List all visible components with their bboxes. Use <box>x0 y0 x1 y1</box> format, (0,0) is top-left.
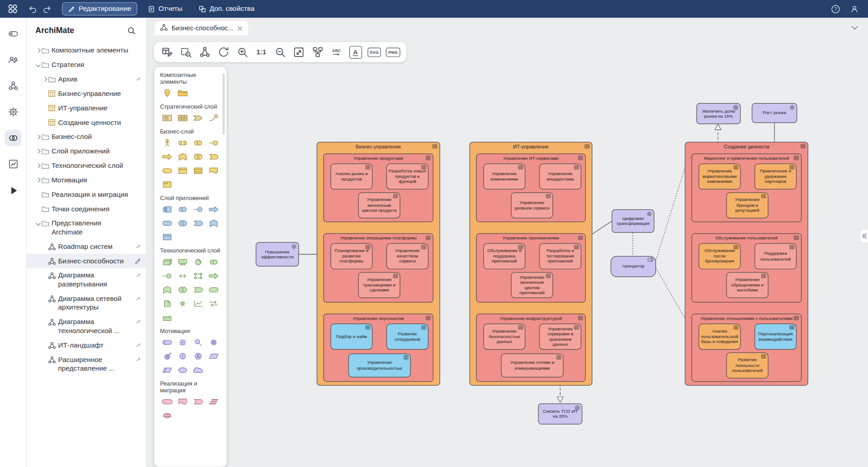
business-process-icon[interactable] <box>160 151 175 162</box>
tree-item-10[interactable]: Мотивация <box>27 173 146 187</box>
location-icon[interactable] <box>160 87 175 98</box>
diagram-node[interactable]: Управление безопасностью данных <box>483 324 525 350</box>
technology-function-icon[interactable] <box>160 284 175 295</box>
technology-interaction-icon[interactable] <box>175 284 190 295</box>
wheel-icon[interactable] <box>5 104 21 120</box>
diagram-note[interactable]: Рост рынка <box>752 103 797 123</box>
path-icon[interactable] <box>175 271 190 281</box>
chevron-down-icon[interactable] <box>34 60 42 69</box>
diagram-node[interactable]: Управление качеством сервиса <box>387 243 429 270</box>
technology-event-icon[interactable] <box>191 284 205 295</box>
play-icon[interactable] <box>5 182 21 199</box>
zoom-reset-button[interactable]: 1:1 <box>254 44 269 60</box>
application-interaction-icon[interactable] <box>175 218 190 229</box>
resource-icon[interactable] <box>160 113 175 124</box>
frame-search-button[interactable] <box>178 44 193 60</box>
refresh-button[interactable] <box>216 44 231 60</box>
business-event-icon[interactable] <box>207 151 221 162</box>
diagram-node[interactable]: Анализ пользовательской базы и поведения <box>698 324 741 350</box>
diagram-node[interactable]: Управление брендом и репутацией <box>726 192 769 219</box>
diagram-node[interactable]: Управление уровнем сервиса <box>511 192 553 219</box>
deliverable-icon[interactable] <box>175 396 190 407</box>
implementation-event-icon[interactable] <box>191 396 205 407</box>
business-service-icon[interactable] <box>160 165 175 176</box>
product-icon[interactable] <box>160 179 175 190</box>
diagram-note[interactable]: Снизить ТСО ИТ на 20% <box>538 403 582 424</box>
tree-item-4[interactable]: Бизнес-управление <box>27 86 146 101</box>
menu-item-3[interactable]: Доп. свойства <box>193 2 261 15</box>
business-function-icon[interactable] <box>175 151 190 162</box>
diagram-settings-button[interactable] <box>160 44 175 60</box>
diagram-node[interactable]: Управление обращениями и жалобами <box>726 272 769 298</box>
requirement-icon[interactable] <box>207 351 221 362</box>
diagram-node[interactable]: Разработка и тестирование приложений <box>539 243 581 270</box>
stakeholder-icon[interactable] <box>160 337 175 348</box>
font-style-button[interactable]: A <box>348 44 363 60</box>
stakeholder-role-icon[interactable] <box>191 351 205 362</box>
chevron-right-icon[interactable] <box>34 46 42 55</box>
diagram-note[interactable]: Увеличить долю рынка на 15% <box>696 103 741 124</box>
diagram-subgroup[interactable]: Управление инфраструктуройУправление без… <box>476 314 585 382</box>
business-role-icon[interactable] <box>175 138 190 148</box>
collapse-tabbar-icon[interactable] <box>850 23 859 31</box>
diagram-node[interactable]: Обслуживание и поддержка приложений <box>483 243 525 270</box>
diagram-node[interactable]: Развитие сотрудников <box>387 324 429 350</box>
diagram-subgroup[interactable]: Управление операциями платформыПланирова… <box>323 234 434 303</box>
menu-item-2[interactable]: Отчеты <box>142 2 189 15</box>
artifact-icon[interactable] <box>160 298 175 309</box>
chevron-right-icon[interactable] <box>41 75 48 84</box>
diagram-subgroup[interactable]: Обслуживание пользователейОбслуживание п… <box>691 234 802 303</box>
chevron-right-icon[interactable] <box>34 147 42 156</box>
technology-collaboration-icon[interactable] <box>207 257 221 267</box>
chevron-right-icon[interactable] <box>34 133 42 142</box>
application-collaboration-icon[interactable] <box>175 204 190 215</box>
application-function-icon[interactable] <box>207 218 221 229</box>
tree-item-19[interactable]: ИТ-ландшафт <box>27 338 146 353</box>
export-png-button[interactable]: PNG <box>385 44 401 60</box>
tree-item-13[interactable]: Представления Archimate <box>27 216 146 239</box>
facility-icon[interactable] <box>160 312 175 323</box>
application-service-icon[interactable] <box>160 218 175 229</box>
data-object-icon[interactable] <box>160 232 175 243</box>
analytics-icon[interactable] <box>5 156 21 172</box>
distribution-network-icon[interactable] <box>207 298 221 309</box>
spellcheck-button[interactable]: ABC <box>329 44 344 60</box>
tree-item-1[interactable]: Композитные элементы <box>27 43 146 58</box>
tree-item-5[interactable]: ИТ-управление <box>27 101 146 115</box>
app-logo-icon[interactable] <box>0 0 25 18</box>
diagram-group[interactable]: ИТ-управлениеУправление ИТ-сервисамиУпра… <box>469 142 592 386</box>
device-icon[interactable] <box>175 257 190 267</box>
auto-layout-button[interactable] <box>310 44 326 60</box>
tree-item-7[interactable]: Бизнес-слой <box>27 130 146 144</box>
material-icon[interactable] <box>191 298 205 309</box>
node-icon[interactable] <box>160 257 175 267</box>
work-package-icon[interactable] <box>160 396 175 407</box>
export-svg-button[interactable]: SVG <box>367 44 382 60</box>
diagram-subgroup[interactable]: Управление персоналомПодбор и наймРазвит… <box>323 314 434 382</box>
constraint-icon[interactable] <box>160 365 175 376</box>
representation-icon[interactable] <box>207 165 221 176</box>
menu-item-1[interactable]: Редактирование <box>62 2 137 15</box>
tree-item-20[interactable]: Расширенное представление ... <box>27 353 146 376</box>
diagram-node[interactable]: Обслуживание после бронирования <box>698 243 741 270</box>
communication-network-icon[interactable] <box>191 271 205 281</box>
diagram-note[interactable]: Арендатор <box>611 256 656 277</box>
principle-icon[interactable] <box>175 351 190 362</box>
technology-service-icon[interactable] <box>207 284 221 295</box>
business-interface-icon[interactable] <box>207 138 221 148</box>
goal-icon[interactable] <box>207 337 221 348</box>
driver-icon[interactable] <box>175 337 190 348</box>
value-stream-icon[interactable] <box>191 113 205 124</box>
diagram-note[interactable]: Цифровая трансформация <box>612 210 654 233</box>
diagram-node[interactable]: Управление жизненным циклом приложений <box>511 272 553 298</box>
business-collaboration-icon[interactable] <box>191 138 205 148</box>
diagram-node[interactable]: Управление жизненным циклом продукта <box>358 192 400 219</box>
diagram-node[interactable]: Управление инцидентами <box>539 163 581 190</box>
application-component-icon[interactable] <box>160 204 175 215</box>
business-interaction-icon[interactable] <box>191 151 205 162</box>
redo-button[interactable] <box>40 2 54 16</box>
outcome-icon[interactable] <box>160 351 175 362</box>
application-event-icon[interactable] <box>191 218 205 229</box>
grouping-icon[interactable] <box>175 87 190 98</box>
value-icon[interactable] <box>175 365 190 376</box>
